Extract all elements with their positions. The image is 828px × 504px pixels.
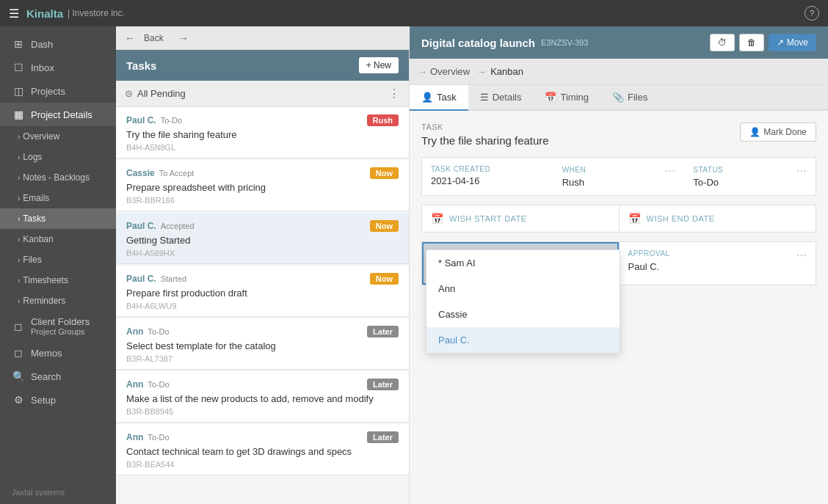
sidebar-item-setup[interactable]: ⚙ Setup [0,388,116,412]
help-button[interactable]: ? [805,6,819,21]
arrow-icon: › [18,297,20,305]
task-status: To-Do [148,433,169,442]
sidebar-nav: ⊞ Dash ☐ Inbox ◫ Projects ▦ Project Deta… [0,26,116,482]
task-status: To-Do [148,380,169,389]
task-assignee: Paul C. [126,221,156,231]
search-icon: 🔍 [12,370,25,383]
approval-label: Approval [628,249,670,259]
task-item[interactable]: Paul C. Accepted Now Getting Started B4H… [116,213,409,264]
task-id: B3R-BBR166 [126,196,399,205]
timer-icon: ⏱ [718,37,727,48]
sidebar-item-overview[interactable]: › Overview [0,126,116,147]
wish-start-field: 📅 Wish Start Date [422,205,619,232]
status-more-icon[interactable]: ⋯ [796,165,807,177]
task-created-value: 2021-04-16 [431,175,545,186]
task-assignee: Paul C. [126,274,156,284]
when-label: When [562,166,586,174]
task-status: To-Do [148,327,169,336]
projects-icon: ◫ [12,84,25,98]
tab-details-label: Details [493,92,522,103]
dropdown-option-sam-ai[interactable]: * Sam AI [426,250,620,276]
sidebar-item-project-details[interactable]: ▦ Project Details [0,103,116,126]
move-button[interactable]: ↗ Move [769,34,816,51]
when-field: When ⋯ Rush [553,158,685,195]
task-created-field: Task Created 2021-04-16 [422,158,553,195]
move-icon: ↗ [777,37,784,48]
dropdown-option-paul-c[interactable]: Paul C. [426,327,620,353]
when-more-icon[interactable]: ⋯ [665,165,675,177]
task-status: To-Do [161,116,182,125]
view-nav-overview[interactable]: Overview [430,66,470,77]
sidebar-item-files[interactable]: › Files [0,249,116,270]
sidebar-item-tasks[interactable]: › Tasks [0,208,116,229]
task-title: Make a list of the new products to add, … [126,393,399,404]
sidebar-item-projects-label: Projects [31,86,65,97]
sidebar-footer: Jaxtal systems [0,482,116,504]
sidebar-item-client-folders[interactable]: ◻ Client Folders Project Groups [0,311,116,341]
task-item[interactable]: Paul C. Started Now Prepare first produc… [116,266,409,317]
memos-icon: ◻ [12,346,25,359]
tasks-filter-bar: ⊜ All Pending ⋮ [116,81,409,107]
task-status: To Accept [159,169,195,178]
detail-title-id: E3NZSV-393 [541,38,588,47]
detail-tabs: 👤 Task ☰ Details 📅 Timing 📎 Files [410,85,828,111]
task-badge: Now [370,273,399,285]
back-label: Back [144,33,164,43]
sidebar-item-emails[interactable]: › Emails [0,188,116,208]
sidebar-item-inbox[interactable]: ☐ Inbox [0,56,116,79]
sidebar-item-dash[interactable]: ⊞ Dash [0,32,116,56]
hamburger-icon[interactable]: ☰ [9,7,19,21]
mark-done-button[interactable]: 👤 Mark Done [740,123,816,142]
sidebar-item-projects[interactable]: ◫ Projects [0,79,116,103]
task-item[interactable]: Paul C. To-Do Rush Try the file sharing … [116,107,409,158]
wish-end-label: Wish End Date [647,214,715,223]
forward-arrow[interactable]: → [178,32,189,44]
task-title: Contact technical team to get 3D drawing… [126,446,399,457]
tab-details[interactable]: ☰ Details [468,85,534,111]
back-arrow[interactable]: ← [125,32,135,44]
arrow-icon: › [18,277,20,285]
task-id: B4H-A6LWU9 [126,302,399,310]
sidebar-item-timesheets[interactable]: › Timesheets [0,270,116,291]
add-task-button[interactable]: + New [359,57,399,73]
task-item[interactable]: Ann To-Do Later Make a list of the new p… [116,371,409,423]
trash-icon: 🗑 [747,37,756,48]
task-assignee: Ann [126,432,143,442]
sidebar-item-logs[interactable]: › Logs [0,147,116,167]
task-badge: Rush [367,114,399,126]
wish-end-field: 📅 Wish End Date [620,205,816,232]
calendar-icon: 📅 [431,213,443,224]
view-nav-kanban[interactable]: Kanban [490,66,523,77]
dropdown-option-ann[interactable]: Ann [426,276,620,302]
timer-button[interactable]: ⏱ [710,34,735,51]
files-tab-icon: 📎 [612,92,624,103]
approval-more-icon[interactable]: ⋯ [796,249,807,261]
tab-files-label: Files [628,92,647,103]
task-title: Prepare first production draft [126,288,399,299]
sidebar-item-reminders[interactable]: › Reminders [0,291,116,311]
sidebar-item-kanban[interactable]: › Kanban [0,229,116,249]
sidebar-item-memos-label: Memos [31,348,62,359]
setup-icon: ⚙ [12,393,25,406]
delete-button[interactable]: 🗑 [739,34,764,51]
task-item[interactable]: Cassie To Accept Now Prepare spreadsheet… [116,160,409,211]
sidebar-item-tasks-label: Tasks [23,213,46,224]
sidebar-item-notes-backlogs[interactable]: › Notes - Backlogs [0,167,116,188]
top-bar: ☰ Kinalta | Investore inc. ? [0,0,828,26]
task-item[interactable]: Ann To-Do Later Contact technical team t… [116,424,409,475]
task-created-label: Task Created [431,165,545,173]
sidebar-item-memos[interactable]: ◻ Memos [0,341,116,365]
task-badge: Now [370,220,399,232]
tab-task[interactable]: 👤 Task [410,85,468,111]
task-title: Try the file sharing feature [126,129,399,140]
kanban-label: Kanban [490,66,523,77]
dropdown-option-cassie[interactable]: Cassie [426,302,620,327]
task-item[interactable]: Ann To-Do Later Select best template for… [116,318,409,370]
more-options-icon[interactable]: ⋮ [388,87,400,101]
sidebar-item-search[interactable]: 🔍 Search [0,365,116,388]
assigned-dropdown: * Sam AI Ann Cassie Paul C. [426,249,620,354]
tab-timing[interactable]: 📅 Timing [533,85,600,111]
tab-files[interactable]: 📎 Files [600,85,659,111]
filter-label: All Pending [137,88,388,99]
app-logo: Kinalta [26,7,63,20]
